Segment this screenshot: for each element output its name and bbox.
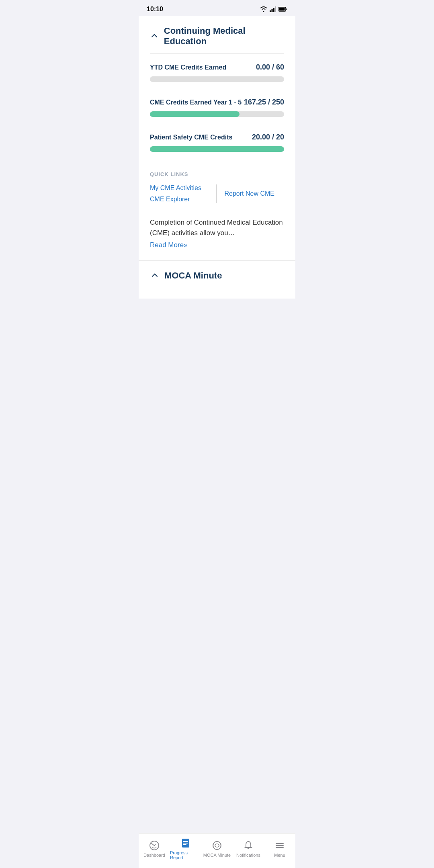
description-text: Completion of Continued Medical Educatio… <box>150 217 284 238</box>
quick-links-right: Report New CME <box>217 184 285 203</box>
svg-rect-1 <box>272 9 273 12</box>
signal-icon <box>270 6 276 12</box>
section-header: Continuing Medical Education <box>139 16 295 53</box>
main-content: Continuing Medical Education YTD CME Cre… <box>139 16 295 299</box>
read-more-link[interactable]: Read More» <box>150 241 188 249</box>
svg-rect-3 <box>275 6 276 12</box>
stat-label-ytd: YTD CME Credits Earned <box>150 64 226 71</box>
battery-icon <box>278 7 287 12</box>
quick-links-grid: My CME Activities CME Explorer Report Ne… <box>150 184 284 203</box>
link-my-cme-activities[interactable]: My CME Activities <box>150 184 210 192</box>
moca-minute-section: MOCA Minute <box>139 260 295 291</box>
quick-links-left: My CME Activities CME Explorer <box>150 184 217 203</box>
collapse-button[interactable] <box>150 31 159 41</box>
progress-bar-bg-year1-5 <box>150 111 284 117</box>
stat-row-year1-5: CME Credits Earned Year 1 - 5 167.25 / 2… <box>150 88 284 123</box>
link-cme-explorer[interactable]: CME Explorer <box>150 196 210 203</box>
section-title: Continuing Medical Education <box>164 26 284 47</box>
moca-collapse-button[interactable] <box>150 271 160 280</box>
stat-label-year1-5: CME Credits Earned Year 1 - 5 <box>150 99 242 106</box>
stat-value-ytd: 0.00 / 60 <box>256 63 284 72</box>
moca-minute-title: MOCA Minute <box>164 270 222 281</box>
stat-row-patient-safety: Patient Safety CME Credits 20.00 / 20 <box>150 123 284 158</box>
progress-bar-bg-patient-safety <box>150 146 284 152</box>
stat-label-patient-safety: Patient Safety CME Credits <box>150 134 232 141</box>
progress-bar-fill-year1-5 <box>150 111 240 117</box>
status-time: 10:10 <box>147 6 163 13</box>
stat-row-ytd: YTD CME Credits Earned 0.00 / 60 <box>150 53 284 88</box>
link-report-new-cme[interactable]: Report New CME <box>225 190 274 197</box>
quick-links-section: QUICK LINKS My CME Activities CME Explor… <box>139 158 295 213</box>
stats-container: YTD CME Credits Earned 0.00 / 60 CME Cre… <box>139 53 295 158</box>
quick-links-title: QUICK LINKS <box>150 171 284 177</box>
progress-bar-bg-ytd <box>150 76 284 82</box>
status-bar: 10:10 <box>139 0 295 16</box>
status-icons <box>260 6 287 12</box>
wifi-icon <box>260 6 267 12</box>
svg-rect-5 <box>279 8 285 11</box>
stat-value-patient-safety: 20.00 / 20 <box>252 133 284 141</box>
stat-value-year1-5: 167.25 / 250 <box>244 98 284 106</box>
svg-rect-0 <box>270 10 271 12</box>
description-section: Completion of Continued Medical Educatio… <box>139 213 295 257</box>
svg-rect-2 <box>273 8 274 12</box>
progress-bar-fill-patient-safety <box>150 146 284 152</box>
